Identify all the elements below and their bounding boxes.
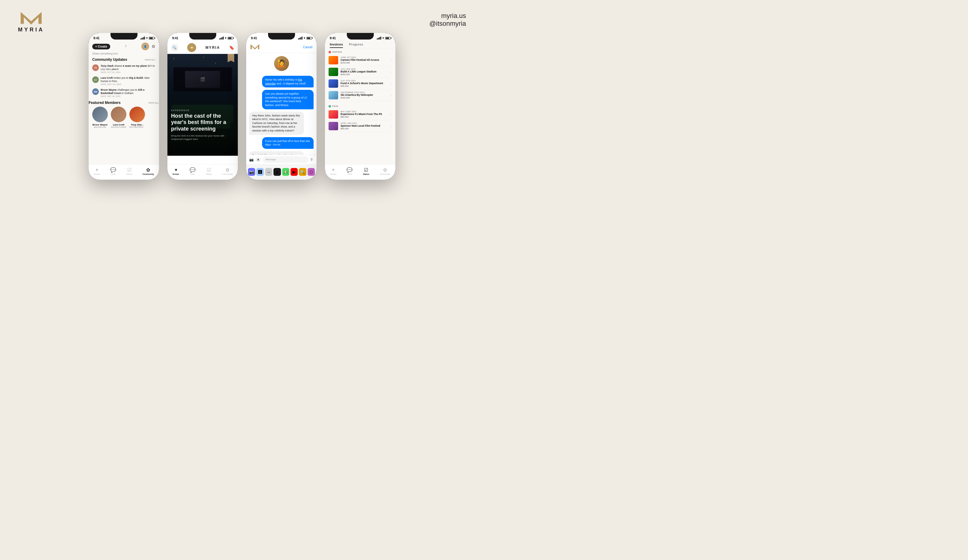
nav-dream-p2[interactable]: ✦ Dream [172, 167, 179, 175]
nav-chat-p2[interactable]: 💬 Chat [190, 167, 196, 175]
svg-marker-0 [21, 12, 41, 25]
nav-community-p4[interactable]: ✿ Community [380, 167, 390, 175]
invoice-music[interactable]: JULY 5TH 2023 Fund A School's Music Depa… [328, 78, 392, 89]
myria-avatar: 🙋 [274, 56, 289, 71]
featured-view-all[interactable]: VIEW ALL [148, 101, 159, 104]
profile-avatar[interactable]: 👤 [141, 43, 149, 50]
stadium-name: Build A Little League Stadium [341, 70, 388, 73]
battery-fill [149, 37, 153, 39]
nav-community[interactable]: ✿ Community [143, 167, 154, 175]
invoice-f1[interactable]: MAY 22ND 2023 Experience F1 Miami From T… [328, 109, 392, 120]
chat-label-p2: Chat [190, 173, 195, 175]
app-store[interactable]: 🅰 [256, 168, 264, 176]
tab-progress[interactable]: Progress [349, 43, 363, 48]
mic-icon[interactable]: 🎙 [310, 157, 313, 162]
nav-dream-p4[interactable]: ✦ Dream [330, 167, 336, 175]
music-amount: $35,000 [341, 85, 388, 88]
film-festival-name: Sponsor New Local Film Festival [341, 124, 388, 127]
nav-status-p2[interactable]: ☑ Status [206, 167, 212, 175]
bar3 [300, 37, 301, 40]
app-camera[interactable]: 📷 [248, 168, 255, 176]
myria-chat-avatar-container: 🙋 [249, 56, 313, 72]
app-search[interactable]: 🔍 [299, 168, 306, 176]
nav-chat[interactable]: 💬 Chat [110, 167, 116, 175]
member-lara[interactable]: Lara Croft ADVENTURER [111, 107, 126, 128]
signal-bars3 [298, 36, 303, 40]
bar3 [143, 37, 144, 40]
phone2-status-icons: ▾ [219, 36, 233, 40]
member-tony[interactable]: Tony Star... ENTREPREN... [129, 107, 145, 128]
phone2-header: 🔍 M MYRIA 🔖 [167, 41, 238, 54]
update-item: LC Lara Croft invites you to Dig & Build… [89, 75, 159, 87]
share-label: Share something fun! [89, 52, 159, 56]
tab-invoices[interactable]: Invoices [330, 43, 343, 48]
create-button[interactable]: + Create [92, 44, 110, 50]
myria-chat-logo [250, 43, 259, 50]
status-icon-p4: ☑ [364, 167, 368, 173]
music-chevron: › [391, 82, 392, 85]
experience-tag: EXPERIENCE [171, 109, 234, 112]
view-all-link[interactable]: VIEW ALL [145, 58, 156, 61]
imessage-input[interactable]: iMessage [263, 156, 308, 163]
members-row: Bruce Wayne BACHELOR Lara Croft ADVENTUR… [89, 105, 159, 130]
cancel-button[interactable]: Cancel [303, 46, 312, 49]
member-bruce[interactable]: Bruce Wayne BACHELOR [92, 107, 108, 128]
invoice-stadium[interactable]: JULY 3RD 2023 Build A Little League Stad… [328, 66, 392, 78]
app-purple[interactable]: ⬡ [308, 168, 315, 176]
nav-community-p2[interactable]: ✿ Community [222, 167, 232, 175]
invoice-cannes[interactable]: JUNE 1ST 2023 Cannes Film Festival All A… [328, 55, 392, 66]
chat-bubble-2: Can you please put together something sp… [262, 90, 313, 109]
phone2-bottom-nav: ✦ Dream 💬 Chat ☑ Status ✿ Community [167, 164, 238, 180]
logo-badge: M [187, 43, 196, 52]
update-text-lara: Lara Croft invites you to Dig & Build: N… [101, 76, 156, 85]
phone3-status-icons: ▾ [298, 36, 312, 40]
phone1-status-icons: ▾ [141, 36, 154, 40]
camera-icon[interactable]: 📷 [249, 157, 254, 162]
app-cash[interactable]: 💵 [282, 168, 289, 176]
tony-avatar: TS [92, 65, 99, 71]
search-button[interactable]: 🔍 [171, 44, 178, 51]
paid-section: ✓ PAID MAY 22ND 2023 Experience F1 Miami… [325, 103, 395, 133]
unpaid-indicator [328, 51, 331, 53]
battery-icon [149, 37, 154, 40]
content-text: EXPERIENCE Host the cast of the year's b… [171, 109, 234, 141]
nav-chat-p4[interactable]: 💬 Chat [346, 167, 353, 175]
phone2-time: 9:41 [172, 36, 178, 40]
film-festival-chevron: › [391, 124, 392, 128]
imessage-bar: 📷 A iMessage 🎙 [246, 154, 317, 164]
app-arrows[interactable]: ↔ [265, 168, 272, 176]
invoice-film-festival[interactable]: APRIL 3RD 2023 Sponsor New Local Film Fe… [328, 120, 392, 132]
chat-bubble-3: Hey there John, fashion week starts this… [249, 112, 304, 135]
dream-label: Dream [94, 173, 100, 175]
bar1 [377, 38, 378, 40]
status-label-p4: Status [363, 173, 369, 175]
phone-status: 9:41 ▾ Invoices Progress [325, 33, 395, 180]
apps-icon[interactable]: A [255, 157, 261, 162]
app-red[interactable]: ▶ [290, 168, 298, 176]
phone4-status-bar: 9:41 ▾ [325, 33, 395, 41]
phone3-screen: 9:41 ▾ [246, 33, 317, 180]
nav-status-p4[interactable]: ☑ Status [363, 167, 369, 175]
phones-row: 9:41 ▾ + Create ? [89, 33, 395, 180]
app-dark[interactable]: ● [273, 168, 281, 176]
music-name: Fund A School's Music Department [341, 82, 388, 85]
cannes-info: JUNE 1ST 2023 Cannes Film Festival All A… [341, 56, 388, 64]
content-card[interactable]: 🎬 EXPERIENCE Host the cast of the year's… [167, 54, 238, 156]
stadium-chevron: › [391, 70, 392, 74]
phone1-time: 9:41 [93, 36, 99, 40]
stadium-date: JULY 3RD 2023 [341, 68, 388, 70]
chat-bubble-1: Myria! My wife's birthday is this Saturd… [262, 76, 313, 88]
invoice-ski[interactable]: SEPTEMBER 10TH 2023 Ski Antartica By Hel… [328, 89, 392, 101]
nav-dream[interactable]: ✦ Dream [94, 167, 100, 175]
unpaid-label: UNPAID [328, 51, 392, 53]
bar1 [219, 38, 220, 40]
status-icon: ☑ [127, 167, 131, 173]
bookmark-icon[interactable]: 🔖 [229, 45, 234, 50]
film-festival-info: APRIL 3RD 2023 Sponsor New Local Film Fe… [341, 122, 388, 130]
settings-gear-icon[interactable]: ⚙ [152, 44, 156, 49]
lara-name: Lara Croft [113, 123, 124, 126]
battery-icon2 [228, 37, 233, 40]
dream-icon: ✦ [95, 167, 99, 173]
brand-logo: MYRIA [18, 9, 44, 33]
nav-status[interactable]: ☑ Status [126, 167, 133, 175]
